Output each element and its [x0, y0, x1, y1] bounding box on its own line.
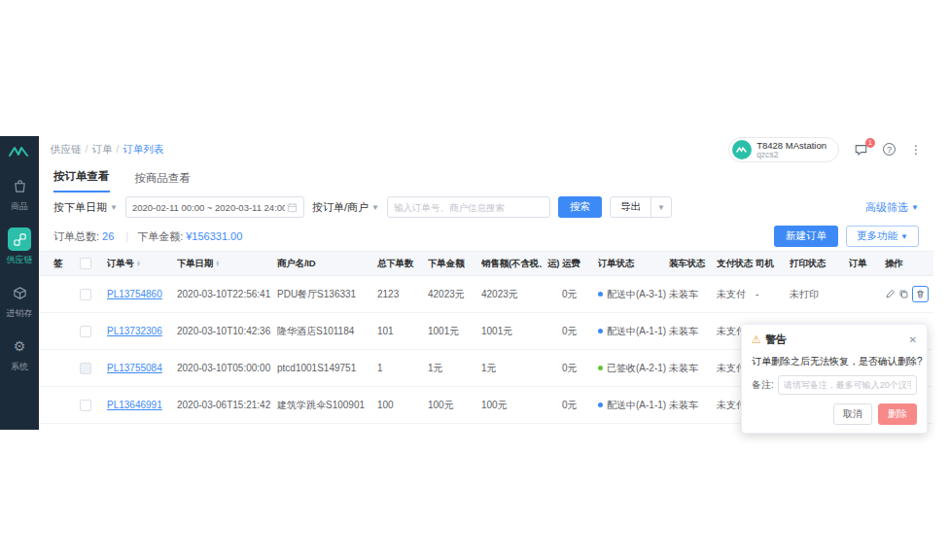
- order-date: 2020-03-10T10:42:36: [177, 326, 277, 336]
- status-dot: [598, 402, 603, 407]
- date-range-picker[interactable]: [125, 196, 304, 218]
- order-number-link[interactable]: PL13646991: [107, 400, 162, 410]
- search-type-dropdown[interactable]: 按订单/商户▼: [312, 200, 379, 215]
- new-order-button[interactable]: 新建订单: [774, 226, 838, 247]
- user-chip[interactable]: T8428 MAstation qzcs2: [728, 137, 839, 163]
- total-qty: 101: [377, 326, 428, 336]
- chevron-down-icon: ▼: [110, 203, 118, 212]
- order-status: 配送中(A-1-1): [607, 325, 666, 338]
- notification-badge: 1: [865, 138, 875, 148]
- cancel-button[interactable]: 取消: [833, 403, 872, 425]
- avatar: [732, 140, 752, 159]
- breadcrumb-supply-chain[interactable]: 供应链: [51, 143, 82, 155]
- freight: 0元: [562, 399, 598, 412]
- order-count-label: 订单总数:: [53, 229, 99, 244]
- tab-by-product[interactable]: 按商品查看: [135, 171, 192, 192]
- sidebar-item-system[interactable]: ⚙ 系统: [8, 334, 31, 373]
- copy-icon[interactable]: [898, 289, 909, 299]
- status-dot: [598, 366, 603, 370]
- more-functions-button[interactable]: 更多功能▼: [846, 226, 919, 247]
- calendar-icon: [287, 202, 298, 213]
- merchant-name: PDU餐厅S136331: [277, 288, 377, 301]
- load-status: 未装车: [669, 362, 717, 375]
- search-input[interactable]: [394, 202, 544, 213]
- chevron-down-icon: ▼: [371, 203, 379, 212]
- sort-icon[interactable]: ▲▼: [215, 261, 220, 266]
- order-count-value: 26: [102, 230, 114, 242]
- sales-amount: 1001元: [481, 325, 562, 338]
- select-all-checkbox[interactable]: [80, 258, 91, 269]
- order-amount: 1001元: [428, 325, 481, 338]
- order-number-link[interactable]: PL13755084: [107, 363, 162, 373]
- screenshot-canvas: 商品 供应链 进销存 ⚙ 系统: [0, 0, 949, 560]
- kebab-menu-icon[interactable]: ⋮: [910, 143, 922, 157]
- user-account: qzcs2: [756, 151, 826, 159]
- sales-amount: 42023元: [481, 288, 562, 301]
- dialog-message: 订单删除之后无法恢复，是否确认删除?: [752, 355, 917, 368]
- status-dot: [598, 292, 603, 297]
- table-header: 签 订单号▲▼ 下单日期▲▼ 商户名/ID 总下单数 下单金额 销售额(不含税、…: [39, 251, 933, 276]
- sidebar-item-inventory[interactable]: 进销存: [7, 281, 33, 320]
- breadcrumb-orders[interactable]: 订单: [91, 143, 112, 155]
- search-box: [387, 196, 550, 218]
- order-date: 2020-03-10T05:00:00: [177, 363, 277, 373]
- col-pay-status: 支付状态: [717, 258, 756, 270]
- view-tabs: 按订单查看 按商品查看: [39, 163, 933, 192]
- driver: -: [756, 289, 790, 299]
- row-checkbox[interactable]: [80, 400, 91, 411]
- col-order-no[interactable]: 订单号▲▼: [107, 258, 177, 270]
- trash-icon: [915, 289, 926, 299]
- delete-button-focused[interactable]: [912, 286, 929, 302]
- sort-icon[interactable]: ▲▼: [136, 261, 141, 266]
- row-checkbox: [80, 363, 91, 374]
- sidebar-item-supply-chain[interactable]: 供应链: [7, 228, 33, 266]
- row-checkbox[interactable]: [80, 326, 91, 337]
- breadcrumb-order-list: 订单列表: [123, 143, 163, 155]
- note-label: 备注:: [752, 378, 774, 392]
- breadcrumb: 供应链/订单/订单列表: [51, 143, 163, 157]
- date-range-input[interactable]: [132, 202, 285, 213]
- sidebar-item-label: 进销存: [7, 307, 33, 320]
- load-status: 未装车: [669, 399, 717, 412]
- order-amount: 100元: [428, 399, 481, 412]
- edit-icon[interactable]: [885, 289, 896, 299]
- bag-icon: [8, 174, 31, 197]
- order-number-link[interactable]: PL13754860: [107, 289, 162, 299]
- col-order-date[interactable]: 下单日期▲▼: [177, 258, 277, 270]
- date-type-dropdown[interactable]: 按下单日期▼: [53, 200, 118, 215]
- col-load-status: 装车状态: [669, 258, 717, 270]
- order-amount: 42023元: [428, 288, 481, 301]
- order-status: 已签收(A-2-1): [607, 362, 666, 375]
- col-order-status: 订单状态: [598, 258, 669, 270]
- delete-button[interactable]: 删除: [878, 403, 917, 425]
- tab-by-order[interactable]: 按订单查看: [53, 169, 110, 192]
- search-button[interactable]: 搜索: [558, 196, 602, 218]
- order-number-link[interactable]: PL13732306: [107, 326, 162, 336]
- order-status: 配送中(A-1-1): [607, 399, 666, 412]
- warning-icon: ⚠: [752, 334, 761, 345]
- col-merchant: 商户名/ID: [277, 258, 377, 270]
- sidebar-item-label: 系统: [11, 361, 28, 373]
- sidebar: 商品 供应链 进销存 ⚙ 系统: [0, 136, 39, 430]
- message-icon[interactable]: 1: [854, 143, 868, 157]
- advanced-filter-link[interactable]: 高级筛选▼: [865, 200, 919, 215]
- export-button[interactable]: 导出 ▼: [610, 196, 672, 218]
- help-icon[interactable]: ?: [883, 143, 896, 156]
- close-icon[interactable]: ✕: [909, 335, 917, 345]
- col-driver: 司机: [756, 258, 790, 270]
- load-status: 未装车: [669, 325, 717, 338]
- col-operations: 操作: [885, 258, 929, 270]
- note-input[interactable]: [778, 375, 917, 395]
- operations-cell: [885, 286, 929, 302]
- sales-amount: 1元: [481, 362, 562, 375]
- total-qty: 1: [377, 363, 428, 373]
- sidebar-item-products[interactable]: 商品: [8, 174, 31, 213]
- col-freight: 运费: [562, 258, 598, 270]
- merchant-name: 隆华酒店S101184: [277, 325, 377, 338]
- table-row: PL13754860 2020-03-10T22:56:41 PDU餐厅S136…: [39, 276, 933, 313]
- dialog-title: 警告: [765, 332, 787, 347]
- sidebar-item-label: 商品: [11, 200, 28, 213]
- row-checkbox[interactable]: [80, 289, 91, 300]
- order-date: 2020-03-06T15:21:42: [177, 400, 277, 410]
- chevron-down-icon: ▼: [900, 232, 908, 241]
